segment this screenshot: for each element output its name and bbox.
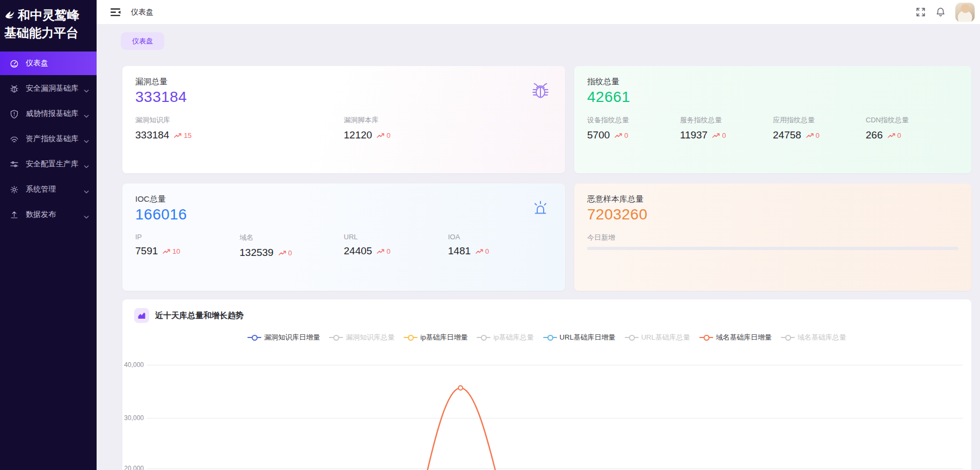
peak-data-point: [458, 386, 463, 390]
tab-bar: 仪表盘: [97, 25, 980, 49]
stat-cell: CDN指纹总量 2660: [866, 115, 959, 141]
brand-logo: 和中灵鹫峰 基础能力平台: [0, 0, 97, 47]
brand-name-line1: 和中灵鹫峰: [18, 6, 79, 24]
eagle-logo-icon: [4, 10, 17, 21]
trend-up-icon: [377, 248, 385, 254]
trend-up-icon: [615, 133, 623, 138]
stat-value: 24758: [773, 129, 801, 141]
stat-value: 132539: [239, 247, 273, 259]
dashboard-gauge-icon: [10, 59, 19, 68]
stat-label: 设备指纹总量: [587, 115, 680, 125]
trend-up-icon: [163, 248, 171, 254]
sidebar-item-threat-intel[interactable]: 威胁情报基础库: [0, 102, 97, 126]
stat-delta: 0: [377, 131, 390, 139]
stat-delta: 0: [279, 249, 292, 257]
trend-up-icon: [476, 248, 484, 254]
sidebar-item-asset-fingerprint[interactable]: 资产指纹基础库: [0, 127, 97, 151]
stat-value: 266: [866, 129, 883, 141]
sidebar: 和中灵鹫峰 基础能力平台 仪表盘 安全漏洞基础库: [0, 0, 97, 470]
tab-dashboard[interactable]: 仪表盘: [121, 32, 164, 50]
stat-value: 11937: [680, 129, 707, 141]
sidebar-item-label: 安全配置生产库: [26, 159, 78, 169]
sidebar-item-label: 数据发布: [26, 210, 56, 219]
stat-delta: 15: [174, 131, 191, 139]
header-actions: [916, 3, 975, 22]
sliders-icon: [10, 160, 19, 169]
today-new-label: 今日新增: [587, 233, 615, 243]
dashboard-page: 和中灵鹫峰 基础能力平台 仪表盘 安全漏洞基础库: [0, 0, 980, 470]
card-title: IOC总量: [135, 194, 166, 204]
sidebar-collapse-icon[interactable]: [111, 8, 121, 17]
chevron-down-icon: [84, 112, 89, 116]
stat-value: 12120: [344, 129, 372, 141]
card-stats: IP 759110 域名 1325390 URL 244050 IOA 1481…: [135, 233, 552, 259]
stat-delta: 10: [163, 247, 180, 255]
upload-icon: [10, 210, 19, 219]
siren-corner-icon: [531, 199, 550, 218]
stat-value: 333184: [135, 129, 169, 141]
card-title: 漏洞总量: [135, 77, 167, 87]
chevron-down-icon: [84, 187, 89, 192]
sidebar-menu: 仪表盘 安全漏洞基础库 威胁情报基础库 资产指纹基础: [0, 52, 97, 226]
stat-delta: 0: [615, 131, 628, 139]
ioc-total-card: IOC总量 166016 IP 759110 域名 1325390 URL 24…: [122, 183, 565, 291]
sidebar-item-label: 系统管理: [26, 185, 56, 194]
trend-up-icon: [888, 133, 896, 138]
chevron-down-icon: [84, 212, 89, 217]
stat-delta: 0: [888, 131, 901, 139]
stat-value: 1481: [448, 245, 471, 257]
stat-value: 7591: [135, 245, 158, 257]
sidebar-item-dashboard[interactable]: 仪表盘: [0, 52, 97, 75]
stat-cell: IP 759110: [135, 233, 239, 259]
trend-up-icon: [377, 133, 385, 138]
trend-line-plot: [122, 299, 971, 470]
top-header: 仪表盘: [97, 0, 980, 25]
stat-label: URL: [344, 233, 448, 241]
breadcrumb: 仪表盘: [131, 8, 153, 17]
trend-up-icon: [712, 133, 720, 138]
trend-up-icon: [279, 250, 287, 256]
chevron-down-icon: [84, 162, 89, 166]
card-total-value: 166016: [135, 206, 187, 223]
sidebar-item-system-admin[interactable]: 系统管理: [0, 178, 97, 201]
sidebar-item-vuln-base[interactable]: 安全漏洞基础库: [0, 77, 97, 100]
stat-cell: 设备指纹总量 57000: [587, 115, 680, 141]
chevron-down-icon: [84, 86, 89, 91]
stat-label: IP: [135, 233, 239, 241]
sidebar-item-data-publish[interactable]: 数据发布: [0, 203, 97, 226]
stat-label: 漏洞知识库: [135, 115, 344, 125]
sidebar-item-security-config[interactable]: 安全配置生产库: [0, 152, 97, 176]
card-total-value: 42661: [587, 89, 630, 106]
bug-corner-icon: [531, 81, 550, 100]
stat-value: 5700: [587, 129, 610, 141]
fingerprint-icon: [10, 135, 19, 144]
fullscreen-icon[interactable]: [916, 7, 926, 17]
stat-label: IOA: [448, 233, 552, 241]
stat-cell: 漏洞脚本库 12120 0: [344, 115, 553, 141]
stat-value: 24405: [344, 245, 372, 257]
stat-delta: 0: [712, 131, 726, 139]
user-avatar[interactable]: [955, 3, 975, 22]
stat-cell: 服务指纹总量 119370: [680, 115, 773, 141]
today-progress-track: [587, 247, 959, 250]
stat-delta: 0: [476, 247, 489, 255]
card-stats: 设备指纹总量 57000 服务指纹总量 119370 应用指纹总量 247580…: [587, 115, 959, 141]
fingerprint-total-card: 指纹总量 42661 设备指纹总量 57000 服务指纹总量 119370 应用…: [574, 66, 971, 173]
sidebar-item-label: 仪表盘: [26, 58, 48, 68]
card-stats: 漏洞知识库 333184 15 漏洞脚本库 12120 0: [135, 115, 552, 141]
sidebar-item-label: 资产指纹基础库: [26, 134, 78, 144]
stat-cell: IOA 14810: [448, 233, 552, 259]
vuln-total-card: 漏洞总量 333184 漏洞知识库 333184 15 漏洞脚本库 121: [122, 66, 565, 173]
bug-icon: [10, 84, 19, 93]
brand-name-line2: 基础能力平台: [4, 24, 93, 42]
stat-cell: URL 244050: [344, 233, 448, 259]
notification-bell-icon[interactable]: [935, 7, 946, 17]
trend-up-icon: [174, 133, 182, 138]
card-total-value: 333184: [135, 89, 187, 106]
stat-label: 域名: [239, 233, 343, 243]
malware-total-card: 恶意样本库总量 7203260 今日新增: [574, 183, 971, 291]
chevron-down-icon: [84, 137, 89, 141]
gear-icon: [10, 185, 19, 194]
stat-label: CDN指纹总量: [866, 115, 959, 125]
stat-label: 漏洞脚本库: [344, 115, 553, 125]
